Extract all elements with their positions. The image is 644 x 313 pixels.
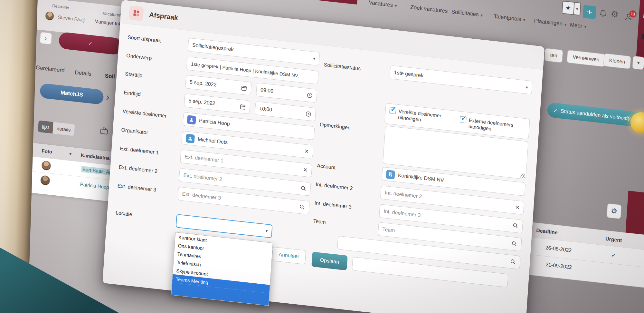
notifications-button[interactable]: 13 bbox=[624, 12, 633, 23]
sollicitatiestatus-select[interactable]: 1ste gesprek ▾ bbox=[389, 65, 533, 94]
nav-plaatsingen[interactable]: Plaatsingen ▾ bbox=[534, 18, 567, 28]
column-kandidaat: Kandidaatna bbox=[80, 152, 110, 161]
vernieuwen-button[interactable]: Vernieuwen bbox=[567, 50, 605, 67]
announcement-bell-button[interactable] bbox=[598, 9, 608, 20]
start-date-input[interactable]: 5 sep. 2022 bbox=[185, 75, 252, 95]
int-deelnemer-2-label: Int. deelnemer 2 bbox=[316, 181, 353, 191]
search-icon[interactable] bbox=[513, 223, 519, 229]
end-date-value: 5 sep. 2022 bbox=[188, 98, 215, 106]
collapse-panel-button[interactable]: › bbox=[40, 32, 52, 45]
bell-icon bbox=[598, 9, 608, 19]
add-button[interactable]: + bbox=[583, 5, 597, 19]
calendar-icon[interactable] bbox=[241, 84, 247, 91]
clock-icon[interactable] bbox=[305, 111, 312, 117]
calendar-icon[interactable] bbox=[240, 103, 246, 110]
eindtijd-label: Eindtijd bbox=[124, 90, 141, 97]
partial-action-button[interactable]: ten bbox=[544, 48, 563, 63]
end-date-input[interactable]: 5 sep. 2022 bbox=[184, 93, 251, 114]
ext-deelnemer-3-label: Ext. deelnemer 3 bbox=[117, 183, 156, 193]
organisator-label: Organisator bbox=[121, 127, 148, 136]
plus-icon: + bbox=[587, 7, 592, 18]
vereiste-deelnemer-label: Vereiste deelnemer bbox=[122, 108, 167, 119]
monitor-screen: Vacatures ▾ Zoek vacatures Sollicitaties… bbox=[0, 0, 644, 313]
end-time-value: 10:00 bbox=[259, 105, 272, 112]
tab-details[interactable]: Details bbox=[75, 69, 92, 78]
int-deelnemer-3-label: Int. deelnemer 3 bbox=[314, 200, 352, 210]
start-time-value: 09:00 bbox=[260, 87, 273, 94]
nav-meer[interactable]: Meer ▾ bbox=[570, 22, 586, 30]
chevron-down-icon: ▾ bbox=[265, 229, 268, 233]
team-label: Team bbox=[313, 218, 326, 225]
status-banner[interactable]: ✓ Status aanduiden als voltooid(e) bbox=[547, 102, 644, 130]
chevron-down-icon: ▾ bbox=[573, 3, 580, 15]
toggle-details-button[interactable]: details bbox=[52, 122, 75, 136]
modal-title: Afspraak bbox=[149, 11, 178, 22]
onderwerp-label: Onderwerp bbox=[126, 53, 152, 61]
toggle-list-button[interactable]: lijst bbox=[38, 120, 53, 133]
vereiste-deelnemer-uitnodigen-checkbox[interactable]: ✓ Vereiste deelnemer uitnodigen bbox=[389, 107, 453, 126]
externe-deelnemers-uitnodigen-checkbox[interactable]: ✓ Externe deelnemers uitnodigen bbox=[459, 116, 526, 136]
team-placeholder: Team bbox=[382, 226, 395, 233]
int-deelnemer-3-placeholder: Int. deelnemer 3 bbox=[384, 209, 421, 219]
clear-x-icon[interactable]: ✕ bbox=[303, 167, 308, 173]
annuleer-button[interactable]: Annuleer bbox=[272, 247, 306, 264]
nav-sollicitaties-label: Sollicitaties bbox=[451, 8, 479, 18]
clear-x-icon[interactable]: ✕ bbox=[304, 148, 309, 154]
account-label: Account bbox=[317, 163, 336, 171]
nav-vacatures[interactable]: Vacatures ▾ bbox=[369, 0, 397, 9]
table-settings-button[interactable]: ⚙ bbox=[607, 203, 622, 219]
end-time-input[interactable]: 10:00 bbox=[255, 101, 316, 122]
checkbox-label: Externe deelnemers uitnodigen bbox=[468, 117, 526, 136]
checkbox[interactable]: ✓ bbox=[460, 116, 467, 123]
ext-deelnemer-3-placeholder: Ext. deelnemer 3 bbox=[182, 191, 221, 201]
check-icon: ✓ bbox=[553, 107, 558, 113]
gear-icon: ⚙ bbox=[611, 207, 617, 216]
matchjs-button[interactable]: MatchJS bbox=[40, 83, 104, 105]
column-urgent: Urgent bbox=[605, 236, 622, 244]
afspraak-modal: Afspraak Soort afspraak Onderwerp Startt… bbox=[102, 0, 545, 313]
candidate-avatar bbox=[40, 175, 50, 186]
starttijd-label: Starttijd bbox=[125, 71, 143, 79]
chevron-down-icon: ▾ bbox=[564, 22, 566, 27]
clear-x-icon[interactable]: ✕ bbox=[515, 204, 520, 210]
avatar bbox=[45, 11, 54, 21]
nav-zoek-vacatures[interactable]: Zoek vacatures bbox=[410, 4, 448, 15]
opmerkingen-label: Opmerkingen bbox=[320, 122, 351, 131]
tab-sollicitaties[interactable]: Soll bbox=[105, 73, 115, 80]
ext-deelnemer-1-label: Ext. deelnemer 1 bbox=[120, 146, 159, 156]
klonen-button[interactable]: Klonen bbox=[603, 53, 631, 69]
nav-plaatsingen-label: Plaatsingen bbox=[534, 18, 563, 27]
favorite-split-button[interactable]: ★ ▾ bbox=[562, 1, 581, 15]
start-time-input[interactable]: 09:00 bbox=[256, 83, 317, 103]
company-icon bbox=[386, 170, 395, 179]
start-date-value: 5 sep. 2022 bbox=[190, 79, 217, 88]
check-icon: ✓ bbox=[88, 40, 93, 47]
search-icon[interactable] bbox=[510, 259, 516, 265]
locatie-label: Locatie bbox=[115, 210, 132, 218]
settings-gear-button[interactable]: ⚙ bbox=[611, 9, 619, 20]
candidate-name-link[interactable]: Patricia Hoop bbox=[80, 181, 109, 190]
candidate-avatar bbox=[41, 160, 52, 171]
clock-icon[interactable] bbox=[307, 92, 313, 99]
modal-header: Afspraak bbox=[120, 0, 545, 70]
search-icon[interactable] bbox=[299, 204, 305, 210]
search-icon[interactable] bbox=[511, 241, 517, 247]
nav-meer-label: Meer bbox=[570, 22, 582, 29]
nav-sollicitaties[interactable]: Sollicitaties ▾ bbox=[451, 8, 483, 18]
gear-icon: ⚙ bbox=[611, 9, 619, 20]
resize-handle[interactable] bbox=[520, 173, 525, 178]
nav-talentpools[interactable]: Talentpools ▾ bbox=[494, 13, 526, 23]
checkbox[interactable]: ✓ bbox=[389, 107, 396, 114]
vacancy-briefcase-button[interactable] bbox=[99, 126, 109, 137]
opslaan-button[interactable]: Opslaan bbox=[311, 252, 348, 270]
soort-afspraak-label: Soort afspraak bbox=[128, 34, 161, 44]
organisator-value: Michael Oets bbox=[198, 136, 228, 145]
search-icon[interactable] bbox=[300, 185, 307, 192]
chevron-down-icon: ▾ bbox=[526, 85, 528, 90]
sort-caret-icon[interactable]: ▾ bbox=[69, 152, 71, 156]
manager-text: Manager Ink bbox=[94, 18, 121, 27]
tab-gerelateerd[interactable]: Gerelateerd bbox=[35, 64, 65, 74]
checkbox-label: Vereiste deelnemer uitnodigen bbox=[398, 108, 453, 126]
more-actions-caret-button[interactable]: ▾ bbox=[632, 56, 644, 70]
ext-deelnemer-2-label: Ext. deelnemer 2 bbox=[118, 164, 158, 174]
